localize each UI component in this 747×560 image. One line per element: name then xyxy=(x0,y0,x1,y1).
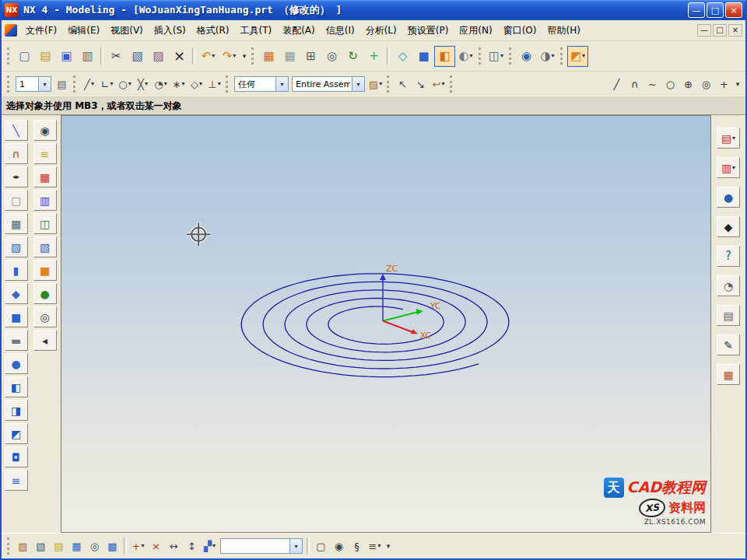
menu-item-analysis[interactable]: 分析(L) xyxy=(360,21,402,40)
basic-curves-button[interactable]: + xyxy=(715,75,733,93)
menu-item-file[interactable]: 文件(F) xyxy=(20,21,62,40)
pan-view-button[interactable]: + xyxy=(363,46,384,67)
minimize-button[interactable]: — xyxy=(688,2,705,18)
fit-view-button[interactable]: ▦ xyxy=(279,46,300,67)
circle-tool-button[interactable]: ○ xyxy=(661,75,679,93)
layer-settings-button[interactable]: ▤ xyxy=(53,75,71,93)
point-constructor-dropdown-icon[interactable]: ▾ xyxy=(141,543,144,549)
menu-item-information[interactable]: 信息(I) xyxy=(321,21,360,40)
tile-windows-button[interactable]: ▥▾ xyxy=(717,157,740,178)
close-button[interactable]: × xyxy=(725,2,742,18)
measure-button[interactable]: × xyxy=(147,537,165,555)
materials-button[interactable]: ▦ xyxy=(717,364,740,385)
pattern-dropdown-icon[interactable]: ▾ xyxy=(212,543,216,549)
unite-button[interactable]: ◧ xyxy=(5,376,28,397)
revolve-button[interactable]: ◆ xyxy=(5,283,28,304)
print-button[interactable]: ▥ xyxy=(77,46,98,67)
ellipse-tool-button[interactable]: ◎ xyxy=(697,75,715,93)
chevron-down-icon[interactable]: ▾ xyxy=(352,77,364,91)
curve-toolbar-options-button[interactable]: ▾ xyxy=(733,75,742,93)
attachment-button[interactable]: § xyxy=(348,537,366,555)
toolbar-handle[interactable] xyxy=(226,75,230,93)
cut-button[interactable]: ✂ xyxy=(106,46,127,67)
intersect-button[interactable]: ◩ xyxy=(5,423,28,444)
datum-plane-button[interactable]: ▦ xyxy=(5,213,28,234)
notes-button[interactable]: ≡▾ xyxy=(366,537,384,555)
delete-button[interactable]: × xyxy=(169,46,190,67)
green-sphere-button[interactable]: ● xyxy=(33,283,57,304)
hollow-button[interactable]: ◘ xyxy=(5,446,28,467)
toolbar-handle[interactable] xyxy=(7,537,12,555)
transform-button[interactable]: ↕ xyxy=(183,537,201,555)
spline-tool-button[interactable]: ~ xyxy=(644,75,661,93)
chevron-down-icon[interactable]: ▾ xyxy=(275,77,288,91)
new-file-button[interactable]: ▢ xyxy=(14,46,35,67)
highlight-selection-button[interactable]: ▨▾ xyxy=(366,75,384,93)
history-clock-button[interactable]: ◔ xyxy=(717,275,740,296)
selection-filter-combobox[interactable]: 任何▾ xyxy=(234,76,289,92)
application-modeling-button[interactable]: ◩▾ xyxy=(567,46,588,67)
block-button[interactable]: ■ xyxy=(5,306,28,327)
layer-stack-button[interactable]: ≡ xyxy=(33,143,57,164)
wireframe-display-button[interactable]: ◇ xyxy=(392,46,413,67)
snap-mid-point-button[interactable]: ∟▾ xyxy=(98,75,116,93)
thread-button[interactable]: ≡ xyxy=(5,470,28,491)
selection-scope-combobox[interactable]: Entire Assemb▾ xyxy=(292,76,365,92)
render-style-button[interactable]: ◐▾ xyxy=(455,46,476,67)
point-constructor-button[interactable]: +▾ xyxy=(129,537,147,555)
redo-dropdown-icon[interactable]: ▾ xyxy=(233,53,236,59)
notes-dropdown-icon[interactable]: ▾ xyxy=(377,543,381,549)
cascade-windows-dropdown-icon[interactable]: ▾ xyxy=(732,135,735,142)
display-glasses-button[interactable]: ◉ xyxy=(33,120,57,141)
visualization-button[interactable]: ◉ xyxy=(516,46,537,67)
display-mode-button[interactable]: ◧ xyxy=(434,46,455,67)
find-circle-button[interactable]: ◎ xyxy=(33,306,57,327)
snap-quadrant-dropdown-icon[interactable]: ▾ xyxy=(164,81,167,87)
cube-stack-button[interactable]: ▧ xyxy=(33,236,57,257)
snap-point-on-face-button[interactable]: ◇▾ xyxy=(188,75,205,93)
copy-button[interactable]: ▧ xyxy=(127,46,148,67)
show-hide-button[interactable]: ▧ xyxy=(32,537,50,555)
sphere-button[interactable]: ● xyxy=(5,353,28,374)
render-style-dropdown-icon[interactable]: ▾ xyxy=(470,53,473,59)
toolbar-options-button[interactable]: ▾ xyxy=(240,46,249,67)
new-window-button[interactable]: ▢ xyxy=(312,537,330,555)
menu-item-window[interactable]: 窗口(O) xyxy=(498,21,542,40)
snap-end-point-dropdown-icon[interactable]: ▾ xyxy=(91,81,94,87)
collapse-panel-button[interactable]: ◂ xyxy=(33,330,57,351)
toolbar-handle[interactable] xyxy=(450,75,454,93)
information-window-button[interactable]: ▤ xyxy=(717,305,740,326)
toolbar-handle[interactable] xyxy=(560,47,565,65)
display-cubes-button[interactable]: ▩ xyxy=(103,537,121,555)
part-books-button[interactable]: ▥ xyxy=(33,190,57,211)
move-object-button[interactable]: ↔ xyxy=(165,537,183,555)
toolbar-handle[interactable] xyxy=(7,75,12,93)
snap-existing-point-dropdown-icon[interactable]: ▾ xyxy=(181,81,184,87)
display-preferences-button[interactable]: ◑▾ xyxy=(537,46,558,67)
snap-view-button[interactable]: ▦ xyxy=(258,46,279,67)
undo-button[interactable]: ↶▾ xyxy=(198,46,219,67)
sketch-line-button[interactable]: ╲ xyxy=(5,120,28,141)
restore-button[interactable]: □ xyxy=(707,2,724,18)
selection-history-button[interactable]: ↩▾ xyxy=(430,75,447,93)
menu-item-insert[interactable]: 插入(S) xyxy=(149,21,191,40)
signature-button[interactable]: ✎ xyxy=(717,334,740,355)
selection-bar-combobox[interactable]: ▾ xyxy=(220,538,303,554)
snap-center-point-dropdown-icon[interactable]: ▾ xyxy=(128,81,132,87)
graphics-canvas[interactable]: ZC YC XC xyxy=(61,116,710,532)
display-preferences-dropdown-icon[interactable]: ▾ xyxy=(552,53,555,59)
sketch-arc-button[interactable]: ∩ xyxy=(5,143,28,164)
snap-csys-dropdown-icon[interactable]: ▾ xyxy=(218,81,221,87)
snap-existing-point-button[interactable]: ∗▾ xyxy=(170,75,188,93)
menu-item-assemblies[interactable]: 装配(A) xyxy=(277,21,321,40)
tile-windows-dropdown-icon[interactable]: ▾ xyxy=(732,165,735,171)
more-tools-button[interactable]: ▾ xyxy=(384,537,393,555)
menu-item-edit[interactable]: 编辑(E) xyxy=(62,21,105,40)
mdi-minimize-button[interactable]: — xyxy=(697,24,711,37)
web-browser-button[interactable]: ● xyxy=(717,187,740,208)
sheet-grid-button[interactable]: ▦ xyxy=(33,166,57,187)
highlight-selection-dropdown-icon[interactable]: ▾ xyxy=(379,81,382,87)
deselect-all-button[interactable]: ↘ xyxy=(412,75,430,93)
layer-visible-button[interactable]: ▤ xyxy=(50,537,68,555)
toolbar-handle[interactable] xyxy=(73,75,78,93)
